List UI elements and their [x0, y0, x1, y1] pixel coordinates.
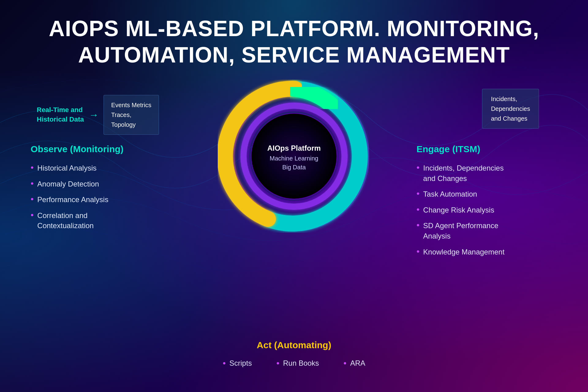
realtime-label: Real-Time and Historical Data	[37, 105, 84, 124]
engage-item-5: Knowledge Management	[417, 247, 564, 257]
title-line1: AIOPS ML-BASED PLATFORM. MONITORING,	[49, 16, 539, 41]
act-items: Scripts Run Books ARA	[223, 359, 365, 368]
svg-text:Big Data: Big Data	[282, 164, 306, 171]
engage-title: Engage (ITSM)	[417, 144, 564, 154]
observe-item-4: Correlation andContextualization	[31, 210, 123, 231]
svg-text:AIOps Platform: AIOps Platform	[267, 144, 321, 152]
main-title: AIOPS ML-BASED PLATFORM. MONITORING, AUT…	[0, 15, 588, 68]
events-metrics-box: Events Metrics Traces, Topology	[104, 95, 159, 135]
engage-section: Engage (ITSM) Incidents, Dependenciesand…	[417, 144, 564, 262]
title-line2: AUTOMATION, SERVICE MANAGEMENT	[78, 43, 510, 67]
act-title: Act (Automating)	[223, 340, 365, 350]
engage-list: Incidents, Dependenciesand Changes Task …	[417, 163, 564, 257]
engage-item-4: SD Agent PerformanceAnalysis	[417, 221, 564, 241]
observe-section: Observe (Monitoring) Historical Analysis…	[31, 144, 123, 236]
header: AIOPS ML-BASED PLATFORM. MONITORING, AUT…	[0, 15, 588, 68]
center-donut: AIOps Platform Machine Learning Big Data	[217, 80, 371, 233]
arrow-icon: →	[89, 109, 99, 121]
observe-list: Historical Analysis Anomaly Detection Pe…	[31, 163, 123, 231]
engage-item-3: Change Risk Analysis	[417, 205, 564, 215]
act-section: Act (Automating) Scripts Run Books ARA	[223, 340, 365, 368]
svg-text:Machine Learning: Machine Learning	[270, 155, 318, 162]
observe-item-1: Historical Analysis	[31, 163, 123, 173]
observe-item-2: Anomaly Detection	[31, 179, 123, 189]
incidents-box: Incidents, Dependencies and Changes	[482, 89, 539, 129]
act-item-1: Scripts	[223, 359, 252, 368]
data-flow-left: Real-Time and Historical Data → Events M…	[37, 95, 159, 135]
engage-item-1: Incidents, Dependenciesand Changes	[417, 163, 564, 183]
act-item-2: Run Books	[276, 359, 319, 368]
act-item-3: ARA	[344, 359, 365, 368]
observe-item-3: Performance Analysis	[31, 194, 123, 205]
engage-item-2: Task Automation	[417, 189, 564, 199]
observe-title: Observe (Monitoring)	[31, 144, 123, 154]
donut-svg: AIOps Platform Machine Learning Big Data	[217, 80, 371, 233]
